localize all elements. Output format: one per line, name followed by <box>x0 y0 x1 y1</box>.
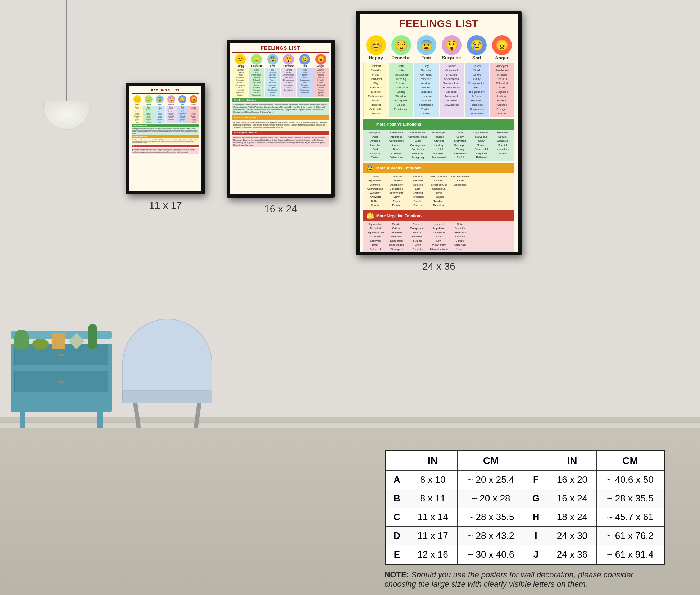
negative-body-lg: AggressiveCrankyEnviousIgnoredQuiet Alie… <box>363 221 514 252</box>
negative-label-lg: More Negative Emotions <box>376 214 422 218</box>
emotions-row-small: 😊 Happy 😌 Peaceful 😨 Fear 😲 <box>132 95 199 105</box>
negative-header-md: More Negative Emotions <box>232 131 329 135</box>
emotion-happy-lg: 😊 Happy <box>363 35 388 60</box>
plant-cactus <box>14 330 29 349</box>
pendant-lamp <box>43 0 90 130</box>
surprise-label-md: Surprise <box>283 65 294 67</box>
surprise-col-lg: StartledConfusedShockedSpeechlessOverwhe… <box>440 63 464 117</box>
peaceful-col-md: CalmLovingAffectionateTrustingRelaxedTho… <box>249 68 264 97</box>
poster-content-large: FEELINGS LIST 😊 Happy 😌 Peaceful 😨 <box>360 14 518 252</box>
poster-size-label-large: 24 x 36 <box>422 261 455 272</box>
emotion-anger-lg: 😠 Anger <box>489 35 514 60</box>
sad-label-lg: Sad <box>472 55 481 60</box>
word-columns-sm: ContentCheerfulProudConfidentEnergeticEx… <box>132 106 199 123</box>
cell-cm-e: ~ 30 x 40.6 <box>458 545 524 564</box>
poster-title-medium: FEELINGS LIST <box>232 45 329 53</box>
cell-letter-b: B <box>386 489 408 508</box>
sad-col-lg: BoredTiredLonelyGuiltyDisappointedHurtIn… <box>465 63 489 117</box>
negative-body-sm: Aggressive Alienated Argumentative Asham… <box>132 148 199 154</box>
positive-words-lg: AcceptingCherishedComfortableEncouragedK… <box>365 131 513 160</box>
positive-section-lg: 🌿 More Positive Emotions AcceptingCheris… <box>363 119 514 161</box>
peaceful-icon-sm: 😌 <box>145 95 153 103</box>
anxious-body-lg: AfraidConcernedHesitantSelf-consciousUnc… <box>363 173 514 209</box>
happy-label-md: Happy <box>237 65 244 67</box>
happy-col-lg: ContentCheerfulProudConfidentShyEnergeti… <box>364 63 388 117</box>
anger-label-md: Anger <box>317 65 324 67</box>
table-row: B 8 x 11 ~ 20 x 28 G 16 x 24 ~ 28 x 35.5 <box>386 489 664 508</box>
peaceful-label-md: Peaceful <box>251 65 262 67</box>
anxious-header-lg: 😰 More Anxious Emotions <box>363 163 514 173</box>
anger-icon-lg: 😠 <box>492 35 512 55</box>
negative-header-sm: More Negative Emotions <box>132 145 199 147</box>
cell-letter-j: J <box>524 545 547 564</box>
table-body: A 8 x 10 ~ 20 x 25.4 F 16 x 20 ~ 40.6 x … <box>386 471 664 564</box>
col-in-2: IN <box>547 451 597 471</box>
fear-col-lg: ShyNervousConfusedWorriedAnxiousRegretEx… <box>414 63 438 117</box>
sad-icon-md: 😢 <box>299 54 310 65</box>
book-stack <box>52 333 65 349</box>
negative-body-md: Aggressive Alienated Argumentative Asham… <box>232 136 329 147</box>
anger-icon-md: 😠 <box>315 54 326 65</box>
col-cm-2: CM <box>597 451 664 471</box>
peaceful-icon-lg: 😌 <box>391 35 411 55</box>
cell-cm-a: ~ 20 x 25.4 <box>458 471 524 489</box>
size-table: IN CM IN CM A 8 x 10 ~ 20 x 25.4 F 16 x … <box>386 451 664 564</box>
anger-col-md: AnnoyedFrustratedIrritatedJealousOffende… <box>313 68 329 97</box>
peaceful-label-lg: Peaceful <box>391 55 410 60</box>
cell-in-c: 11 x 14 <box>408 508 458 527</box>
size-table-container: IN CM IN CM A 8 x 10 ~ 20 x 25.4 F 16 x … <box>385 450 665 565</box>
poster-frame-small: FEELINGS LIST 😊 Happy 😌 Peaceful 😨 <box>126 83 205 194</box>
fear-label-md: Fear <box>270 65 275 67</box>
cell-letter-h: H <box>524 508 547 527</box>
surprise-icon-md: 😲 <box>283 54 294 65</box>
negative-section-lg: 😤 More Negative Emotions AggressiveCrank… <box>363 210 514 252</box>
emotion-peaceful-lg: 😌 Peaceful <box>388 35 414 60</box>
anxious-words-lg: AfraidConcernedHesitantSelf-consciousUnc… <box>365 175 513 208</box>
positive-label-lg: More Positive Emotions <box>376 122 421 126</box>
peaceful-icon-md: 😌 <box>251 54 262 65</box>
table-body <box>11 344 112 412</box>
emotion-anger-sm: 😠 Anger <box>188 95 199 105</box>
poster-title-large: FEELINGS LIST <box>363 18 514 32</box>
emotion-fear-lg: 😨 Fear <box>414 35 439 60</box>
emotion-happy-md: 😊 Happy <box>232 54 249 67</box>
emotion-surprise-lg: 😲 Surprise <box>439 35 464 60</box>
positive-header-sm: More Positive Emotions <box>132 124 199 127</box>
anger-col-lg: AnnoyedFrustratedIrritatedJealousOffende… <box>490 63 514 117</box>
fear-col-md: ShyNervousConfusedAnxiousRegretExcludedI… <box>265 68 281 97</box>
anxious-header-md: More Anxious Emotions <box>232 115 329 120</box>
happy-label-sm: Happy <box>135 103 140 105</box>
cell-in-a: 8 x 10 <box>408 471 458 489</box>
note-label: NOTE: <box>385 570 409 579</box>
fear-label-sm: Fear <box>158 103 161 105</box>
table-row: A 8 x 10 ~ 20 x 25.4 F 16 x 20 ~ 40.6 x … <box>386 471 664 489</box>
table-header-row: IN CM IN CM <box>386 451 664 471</box>
anxious-label-lg: More Anxious Emotions <box>376 166 422 170</box>
emotions-row-large: 😊 Happy 😌 Peaceful 😨 Fear 😲 <box>363 35 514 60</box>
positive-body-lg: AcceptingCherishedComfortableEncouragedK… <box>363 130 514 161</box>
cell-cm-h: ~ 45.7 x 61 <box>597 508 664 527</box>
anxious-header-sm: More Anxious Emotions <box>132 135 199 138</box>
anxious-body-md: Afraid Aggravated Alarmed Apprehensive A… <box>232 121 329 130</box>
surprise-label-lg: Surprise <box>442 55 461 60</box>
cell-in-i: 24 x 30 <box>547 527 597 545</box>
plant-pot-1 <box>32 339 49 349</box>
sad-label-md: Sad <box>303 65 307 67</box>
happy-label-lg: Happy <box>369 55 383 60</box>
surprise-col-sm: StartledShockedOverwhelmedSpeechlessEmba… <box>166 106 177 123</box>
fear-label-lg: Fear <box>421 55 431 60</box>
emotion-fear-md: 😨 Fear <box>264 54 281 67</box>
negative-words-lg: AggressiveCrankyEnviousIgnoredQuiet Alie… <box>365 223 513 252</box>
poster-size-label-medium: 16 x 24 <box>264 203 297 215</box>
col-letter-2 <box>524 451 547 471</box>
emotion-happy-sm: 😊 Happy <box>132 95 143 105</box>
surprise-icon-sm: 😲 <box>167 95 175 103</box>
negative-header-lg: 😤 More Negative Emotions <box>363 210 514 221</box>
cell-in-e: 12 x 16 <box>408 545 458 564</box>
cell-in-h: 18 x 24 <box>547 508 597 527</box>
sad-label-sm: Sad <box>181 103 183 105</box>
posters-area: FEELINGS LIST 😊 Happy 😌 Peaceful 😨 <box>126 11 693 272</box>
anxious-body-sm: Afraid Aggravated Alarmed Apprehensive A… <box>132 138 199 145</box>
col-letter-1 <box>386 451 408 471</box>
sad-icon-sm: 😢 <box>178 95 186 103</box>
